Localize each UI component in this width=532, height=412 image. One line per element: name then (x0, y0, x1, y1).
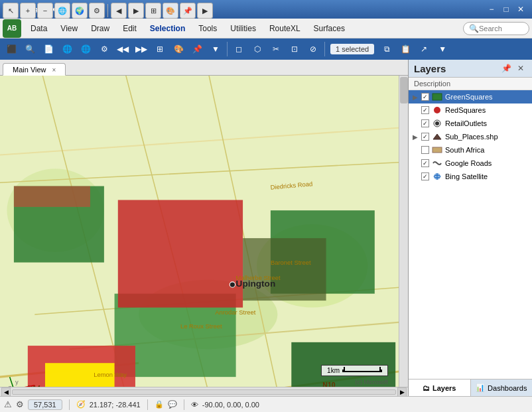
layer-item-subplaces[interactable]: ▶ Sub_Places.shp (409, 130, 532, 143)
menu-data[interactable]: Data (24, 21, 54, 36)
map-select-btn[interactable]: ↖ (3, 3, 19, 19)
selected-badge: 1 selected (330, 44, 374, 54)
map-panel: Main View × ↖ + − 🌐 🌍 ⚙ ◀ ▶ ⊞ 🎨 📌 ▶ (0, 60, 409, 396)
tb-zoom-in[interactable]: 🔍 (21, 40, 38, 58)
svg-rect-18 (118, 200, 243, 307)
map-zoom-out-btn[interactable]: − (37, 3, 53, 19)
main-area: Main View × ↖ + − 🌐 🌍 ⚙ ◀ ▶ ⊞ 🎨 📌 ▶ (0, 60, 532, 396)
menu-tools[interactable]: Tools (192, 21, 224, 36)
map-viewport[interactable]: Upington Diedricks Road Baronet Street M… (0, 76, 408, 387)
map-zoom-in-btn[interactable]: + (20, 3, 36, 19)
menu-selection[interactable]: Selection (143, 21, 192, 36)
layer-name-greensquares: GreenSquares (445, 93, 529, 101)
status-settings-icon[interactable]: ⚙ (16, 399, 24, 409)
menu-draw[interactable]: Draw (84, 21, 116, 36)
status-alert-icon: ⚠ (4, 399, 12, 409)
tb-grid[interactable]: ⊞ (151, 40, 168, 58)
search-icon: 🔍 (469, 24, 479, 33)
layers-list: ▶ GreenSquares RedSquares (409, 90, 532, 379)
layers-header: Layers 📌 ✕ (409, 60, 532, 78)
layer-checkbox-googleroads[interactable] (421, 159, 429, 167)
h-scrollbar-left-btn[interactable]: ◀ (1, 387, 11, 397)
tab-dashboards[interactable]: 📊 Dashboards (471, 379, 533, 396)
tb-copy[interactable]: ⧉ (378, 40, 395, 58)
tab-layers[interactable]: 🗂 Layers (409, 379, 471, 396)
maximize-button[interactable]: □ (500, 4, 512, 15)
menu-routexl[interactable]: RouteXL (263, 21, 307, 36)
layer-checkbox-retailoutlets[interactable] (421, 119, 429, 127)
tb-settings[interactable]: ⚙ (96, 40, 113, 58)
layer-item-redsquares[interactable]: RedSquares (409, 103, 532, 117)
tb-select5[interactable]: ⊘ (304, 40, 322, 58)
map-more-btn[interactable]: ▶ (197, 3, 213, 19)
menu-utilities[interactable]: Utilities (224, 21, 263, 36)
map-globe2-btn[interactable]: 🌍 (72, 3, 88, 19)
tb-select1[interactable]: ◻ (230, 40, 247, 58)
layer-checkbox-redsquares[interactable] (421, 106, 429, 114)
tb-table[interactable]: 📋 (397, 40, 414, 58)
status-sep-2 (147, 399, 148, 410)
svg-rect-38 (432, 94, 442, 100)
status-rotation: -90.00, 0.00, 0.00 (202, 401, 259, 409)
close-button[interactable]: ✕ (515, 4, 527, 15)
zoom-value[interactable]: 57,531 (28, 399, 62, 410)
map-grid-btn[interactable]: ⊞ (145, 3, 161, 19)
h-scrollbar-track[interactable] (12, 389, 396, 395)
layers-close-button[interactable]: ✕ (515, 62, 527, 74)
toolbar: ⬛ 🔍 📄 🌐 🌐 ⚙ ◀◀ ▶▶ ⊞ 🎨 📌 ▼ ◻ ⬡ ✂ ⊡ ⊘ 1 se… (0, 38, 532, 60)
menu-logo: AB (3, 19, 21, 38)
layer-checkbox-greensquares[interactable] (421, 93, 429, 101)
layer-item-retailoutlets[interactable]: RetailOutlets (409, 117, 532, 130)
tb-more[interactable]: ▼ (207, 40, 224, 58)
tab-dashboards-icon: 📊 (476, 383, 485, 392)
menu-edit[interactable]: Edit (116, 21, 143, 36)
tb-select4[interactable]: ⊡ (286, 40, 303, 58)
h-scrollbar[interactable]: ◀ ▶ (0, 387, 408, 396)
layer-item-southafrica[interactable]: South Africa (409, 143, 532, 157)
layer-checkbox-southafrica[interactable] (421, 146, 429, 154)
tb-layers[interactable]: 📄 (40, 40, 57, 58)
svg-text:Anrodar Street: Anrodar Street (215, 309, 256, 316)
minimize-button[interactable]: − (486, 4, 498, 15)
map-flag-btn[interactable]: 📌 (180, 3, 196, 19)
menu-surfaces[interactable]: Surfaces (307, 21, 352, 36)
tb-left-arr[interactable]: ◀◀ (114, 40, 131, 58)
map-scrollbar-thumb[interactable] (400, 77, 408, 103)
search-box[interactable]: 🔍 (463, 22, 529, 35)
tb-globe2[interactable]: 🌐 (77, 40, 94, 58)
main-view-tab[interactable]: Main View × (3, 63, 66, 76)
tb-select2[interactable]: ⬡ (249, 40, 266, 58)
tb-flag[interactable]: 📌 (188, 40, 206, 58)
tb-extra[interactable]: ▼ (434, 40, 451, 58)
map-tb-sep (107, 4, 108, 17)
tb-color[interactable]: 🎨 (170, 40, 187, 58)
status-sep-1 (69, 399, 70, 410)
h-scrollbar-right-btn[interactable]: ▶ (397, 387, 407, 397)
tab-close-icon[interactable]: × (52, 66, 56, 74)
search-input[interactable] (479, 25, 525, 33)
tb-export[interactable]: ↗ (415, 40, 432, 58)
tb-pointer[interactable]: ⬛ (3, 40, 20, 58)
tb-select3[interactable]: ✂ (267, 40, 285, 58)
layer-item-googleroads[interactable]: Google Roads (409, 157, 532, 170)
layer-item-greensquares[interactable]: ▶ GreenSquares (409, 90, 532, 103)
map-scrollbar[interactable] (399, 76, 408, 387)
layer-checkbox-bingsatellite[interactable] (421, 172, 429, 180)
map-fwd-btn[interactable]: ▶ (128, 3, 144, 19)
svg-point-23 (230, 282, 235, 287)
svg-text:N10: N10 (322, 381, 335, 387)
menu-view[interactable]: View (54, 21, 84, 36)
layers-panel: Layers 📌 ✕ Description ▶ GreenSquares (409, 60, 532, 396)
map-settings-btn[interactable]: ⚙ (89, 3, 105, 19)
map-back-btn[interactable]: ◀ (111, 3, 127, 19)
tb-right-arr[interactable]: ▶▶ (133, 40, 150, 58)
layer-item-bingsatellite[interactable]: Bing Satellite (409, 170, 532, 183)
tb-globe[interactable]: 🌐 (58, 40, 76, 58)
status-coords: 21.187; -28.441 (90, 401, 141, 409)
svg-rect-43 (432, 147, 442, 153)
layer-checkbox-subplaces[interactable] (421, 133, 429, 141)
layer-icon-redsquares (431, 105, 443, 115)
map-globe-btn[interactable]: 🌐 (54, 3, 70, 19)
map-color-btn[interactable]: 🎨 (163, 3, 178, 19)
layers-pin-button[interactable]: 📌 (500, 62, 512, 74)
